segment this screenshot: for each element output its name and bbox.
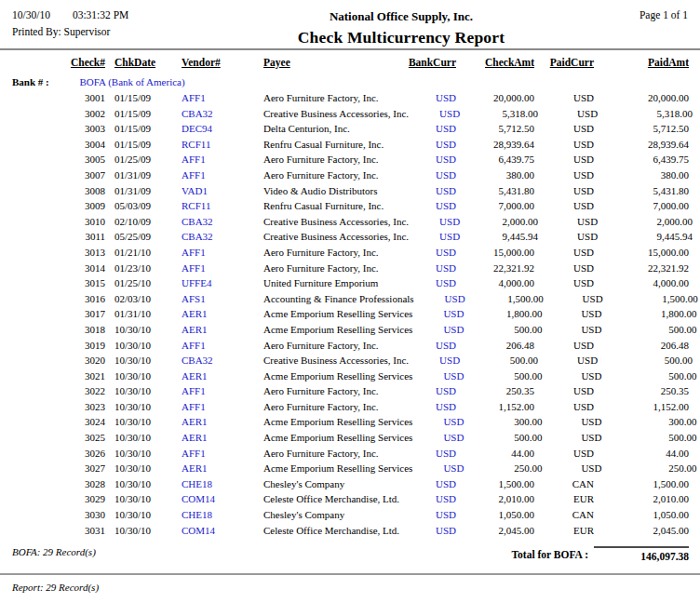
paid-currency-cell: EUR — [534, 491, 594, 507]
header-divider — [0, 48, 700, 50]
bank-currency-link[interactable]: USD — [414, 291, 465, 307]
bank-currency-link[interactable]: USD — [405, 275, 456, 291]
bank-currency-link[interactable]: USD — [405, 476, 456, 492]
paid-amount-cell: 9,445.94 — [598, 229, 693, 245]
vendor-code-link[interactable]: AFF1 — [182, 152, 263, 167]
bank-currency-link[interactable]: USD — [405, 152, 456, 167]
bank-currency-link[interactable]: USD — [405, 446, 456, 462]
check-number-cell: 3001 — [12, 90, 105, 106]
vendor-code-link[interactable]: AFF1 — [182, 383, 263, 399]
vendor-code-link[interactable]: CBA32 — [182, 214, 263, 230]
vendor-code-link[interactable]: AFF1 — [182, 446, 263, 462]
vendor-code-link[interactable]: AFF1 — [182, 90, 263, 106]
table-row: 3031 10/30/10 COM14 Celeste Office Merch… — [12, 523, 689, 539]
check-number-cell: 3003 — [12, 121, 105, 137]
column-header-check-number: Check# — [12, 57, 105, 68]
payee-cell: Aero Furniture Factory, Inc. — [263, 338, 405, 354]
bank-currency-link[interactable]: USD — [405, 261, 456, 276]
vendor-code-link[interactable]: AER1 — [182, 306, 263, 322]
check-amount-cell: 1,500.00 — [456, 476, 534, 492]
bank-currency-link[interactable]: USD — [405, 198, 456, 214]
bank-currency-link[interactable]: USD — [412, 306, 464, 322]
check-amount-cell: 1,050.00 — [456, 507, 534, 523]
vendor-code-link[interactable]: DEC94 — [182, 121, 263, 137]
table-row: 3017 01/31/10 AER1 Acme Emporium Reselli… — [12, 306, 689, 322]
bank-currency-link[interactable]: USD — [409, 229, 460, 245]
check-amount-cell: 5,318.00 — [460, 106, 538, 122]
vendor-code-link[interactable]: CBA32 — [182, 106, 263, 122]
check-amount-cell: 300.00 — [464, 414, 542, 430]
vendor-code-link[interactable]: COM14 — [182, 491, 263, 507]
payee-cell: Creative Business Accessories, Inc. — [263, 214, 409, 230]
vendor-code-link[interactable]: AFS1 — [182, 291, 263, 307]
bank-currency-link[interactable]: USD — [409, 106, 460, 122]
bank-total-row: BOFA: 29 Record(s) Total for BOFA : 146,… — [0, 546, 700, 562]
bank-currency-link[interactable]: USD — [405, 383, 456, 399]
bank-currency-link[interactable]: USD — [405, 137, 456, 153]
bank-currency-link[interactable]: USD — [405, 90, 456, 106]
paid-amount-cell: 20,000.00 — [594, 90, 689, 106]
bank-currency-link[interactable]: USD — [412, 414, 464, 430]
payee-cell: Creative Business Accessories, Inc. — [263, 353, 409, 368]
vendor-code-link[interactable]: AFF1 — [182, 399, 263, 415]
vendor-code-link[interactable]: AFF1 — [182, 167, 263, 183]
check-date-cell: 05/25/09 — [105, 229, 182, 245]
bank-currency-link[interactable]: USD — [405, 167, 456, 183]
paid-currency-cell: USD — [534, 245, 594, 261]
vendor-code-link[interactable]: AFF1 — [182, 245, 263, 261]
vendor-code-link[interactable]: RCF11 — [182, 137, 263, 153]
vendor-code-link[interactable]: AER1 — [182, 461, 263, 476]
vendor-code-link[interactable]: COM14 — [182, 523, 263, 539]
bank-currency-link[interactable]: USD — [412, 322, 464, 338]
bank-currency-link[interactable]: USD — [409, 353, 460, 368]
vendor-code-link[interactable]: AER1 — [182, 430, 263, 446]
bank-currency-link[interactable]: USD — [405, 338, 456, 354]
bank-name-link[interactable]: BOFA (Bank of America) — [80, 76, 185, 87]
vendor-code-link[interactable]: AER1 — [182, 322, 263, 338]
vendor-code-link[interactable]: VAD1 — [182, 183, 263, 199]
check-number-cell: 3027 — [12, 461, 105, 476]
check-table: Check# ChkDate Vendor# Payee BankCurr Ch… — [0, 57, 700, 538]
bank-currency-link[interactable]: USD — [412, 368, 464, 384]
vendor-code-link[interactable]: CHE18 — [182, 476, 263, 492]
vendor-code-link[interactable]: UFFE4 — [182, 275, 263, 291]
bank-currency-link[interactable]: USD — [405, 507, 456, 523]
bank-currency-link[interactable]: USD — [405, 523, 456, 539]
check-number-cell: 3023 — [12, 399, 105, 415]
payee-cell: United Furniture Emporium — [263, 275, 405, 291]
check-date-cell: 10/30/10 — [105, 430, 182, 446]
bank-currency-link[interactable]: USD — [405, 491, 456, 507]
check-amount-cell: 1,152.00 — [456, 399, 534, 415]
bank-currency-link[interactable]: USD — [405, 245, 456, 261]
column-header-check-amount: CheckAmt — [456, 57, 534, 68]
bank-currency-link[interactable]: USD — [405, 183, 456, 199]
vendor-code-link[interactable]: AER1 — [182, 414, 263, 430]
check-date-cell: 01/15/09 — [105, 90, 182, 106]
payee-cell: Aero Furniture Factory, Inc. — [263, 167, 405, 183]
table-row: 3010 02/10/09 CBA32 Creative Business Ac… — [12, 214, 689, 230]
vendor-code-link[interactable]: AER1 — [182, 368, 263, 384]
bank-group-row: Bank # : BOFA (Bank of America) — [12, 74, 689, 90]
vendor-code-link[interactable]: RCF11 — [182, 198, 263, 214]
bank-currency-link[interactable]: USD — [405, 399, 456, 415]
vendor-code-link[interactable]: AFF1 — [182, 261, 263, 276]
check-amount-cell: 250.00 — [464, 461, 542, 476]
payee-cell: Aero Furniture Factory, Inc. — [263, 383, 405, 399]
bank-currency-link[interactable]: USD — [412, 461, 464, 476]
bank-currency-link[interactable]: USD — [409, 214, 460, 230]
check-number-cell: 3011 — [12, 229, 105, 245]
paid-currency-cell: CAN — [534, 476, 594, 492]
vendor-code-link[interactable]: CHE18 — [182, 507, 263, 523]
vendor-code-link[interactable]: CBA32 — [182, 229, 263, 245]
table-row: 3018 10/30/10 AER1 Acme Emporium Reselli… — [12, 322, 689, 338]
check-amount-cell: 15,000.00 — [456, 245, 534, 261]
paid-amount-cell: 2,045.00 — [594, 523, 689, 539]
header-left-block: 10/30/1003:31:32 PM Printed By: Supervis… — [12, 9, 226, 47]
check-date-cell: 01/15/09 — [105, 137, 182, 153]
paid-amount-cell: 500.00 — [601, 368, 696, 384]
bank-currency-link[interactable]: USD — [405, 121, 456, 137]
vendor-code-link[interactable]: AFF1 — [182, 338, 263, 354]
vendor-code-link[interactable]: CBA32 — [182, 353, 263, 368]
check-date-cell: 10/30/10 — [105, 507, 182, 523]
bank-currency-link[interactable]: USD — [412, 430, 464, 446]
